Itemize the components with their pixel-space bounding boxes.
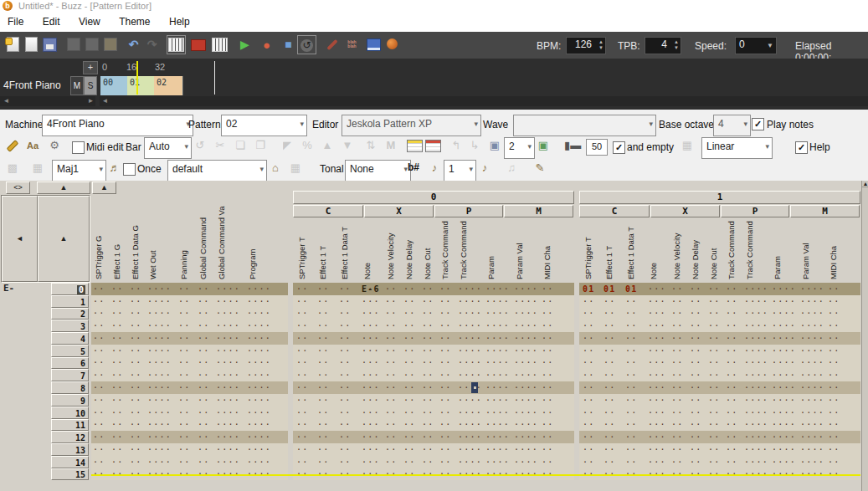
cell-r3-global-c7[interactable]: ···· — [247, 320, 271, 332]
cell-r1-t0-c4[interactable]: ·· — [385, 295, 397, 308]
cell-r11-t0-c4[interactable]: ·· — [385, 419, 397, 431]
cell-r14-t1-c7[interactable]: ·· — [726, 456, 737, 468]
cell-r9-t1-c7[interactable]: ·· — [726, 394, 737, 407]
cell-r15-global-c7[interactable]: ···· — [247, 468, 271, 480]
cell-r1-global-c6[interactable]: ···· — [216, 295, 240, 308]
cell-r10-global-c1[interactable]: ·· — [111, 407, 123, 419]
cell-r8-t1-c3[interactable]: ··· — [648, 381, 666, 394]
cell-r11-t1-c4[interactable]: ·· — [671, 419, 683, 431]
cell-r6-t0-c3[interactable]: ··· — [362, 357, 380, 369]
cell-r1-t0-c10[interactable]: ···· — [514, 295, 538, 308]
cell-r6-t0-c5[interactable]: ·· — [403, 357, 415, 369]
cell-r15-t1-c5[interactable]: ·· — [690, 468, 701, 480]
cell-r12-global-c2[interactable]: ·· — [130, 431, 141, 443]
cell-r5-t0-c11[interactable]: ·· — [542, 345, 553, 357]
row-number-9[interactable]: 9 — [51, 394, 89, 407]
cell-r3-t0-c1[interactable]: ·· — [317, 320, 329, 332]
cell-r9-t0-c10[interactable]: ···· — [514, 394, 538, 407]
cell-r6-t0-c9[interactable]: ···· — [485, 357, 510, 369]
cell-r2-t0-c9[interactable]: ···· — [485, 308, 510, 320]
cell-r0-t1-c7[interactable]: ·· — [726, 283, 737, 295]
cell-r0-t0-c2[interactable]: ·· — [339, 283, 351, 295]
cell-r10-t1-c1[interactable]: ·· — [603, 407, 615, 419]
cell-r4-t1-c11[interactable]: ·· — [828, 332, 840, 345]
cell-r7-t0-c5[interactable]: ·· — [403, 369, 415, 381]
cell-r7-global-c2[interactable]: ·· — [130, 369, 141, 381]
cell-r8-t1-c4[interactable]: ·· — [671, 381, 683, 394]
cell-r0-t1-c9[interactable]: ···· — [772, 283, 796, 295]
cell-r3-global-c5[interactable]: ·· — [198, 320, 209, 332]
cell-r7-global-c6[interactable]: ···· — [216, 369, 240, 381]
cell-r15-t0-c5[interactable]: ·· — [403, 468, 415, 480]
cell-r11-t1-c1[interactable]: ·· — [603, 419, 615, 431]
cell-r10-t1-c11[interactable]: ·· — [828, 407, 840, 419]
cell-r1-t1-c7[interactable]: ·· — [726, 295, 737, 308]
cell-r2-t1-c3[interactable]: ··· — [648, 308, 666, 320]
cell-r14-t0-c1[interactable]: ·· — [317, 456, 329, 468]
cell-r12-t1-c8[interactable]: ···· — [744, 431, 768, 443]
cell-r9-t1-c1[interactable]: ·· — [603, 394, 615, 407]
cell-r0-t1-c6[interactable]: ·· — [708, 283, 720, 295]
cell-r13-t1-c5[interactable]: ·· — [690, 443, 701, 456]
cell-r4-global-c4[interactable]: ·· — [178, 332, 190, 345]
cell-r10-global-c6[interactable]: ···· — [216, 407, 240, 419]
cell-r10-t1-c6[interactable]: ·· — [708, 407, 720, 419]
cell-r5-t0-c8[interactable]: ···· — [458, 345, 482, 357]
cell-r5-t0-c5[interactable]: ·· — [403, 345, 415, 357]
cell-r9-t0-c11[interactable]: ·· — [542, 394, 553, 407]
row-number-10[interactable]: 10 — [51, 407, 89, 419]
track-0-group-c[interactable]: C — [293, 205, 363, 217]
cell-r13-global-c6[interactable]: ···· — [216, 443, 240, 456]
cell-r12-t0-c1[interactable]: ·· — [317, 431, 329, 443]
cell-r10-t1-c2[interactable]: ·· — [625, 407, 637, 419]
cell-r6-t1-c5[interactable]: ·· — [690, 357, 701, 369]
cell-r11-global-c2[interactable]: ·· — [130, 419, 141, 431]
row-number-3[interactable]: 3 — [51, 320, 89, 332]
cell-r14-t0-c7[interactable]: ·· — [439, 456, 451, 468]
cell-r4-global-c2[interactable]: ·· — [130, 332, 141, 345]
cell-r6-t0-c2[interactable]: ·· — [339, 357, 351, 369]
cell-r7-t0-c9[interactable]: ···· — [485, 369, 510, 381]
cell-r15-t1-c7[interactable]: ·· — [726, 468, 737, 480]
cell-r13-t1-c9[interactable]: ···· — [772, 443, 796, 456]
cell-r15-t1-c11[interactable]: ·· — [828, 468, 840, 480]
cell-r15-global-c6[interactable]: ···· — [216, 468, 240, 480]
cell-r15-t1-c1[interactable]: ·· — [603, 468, 615, 480]
cell-r9-t0-c3[interactable]: ··· — [362, 394, 380, 407]
cell-r7-global-c3[interactable]: ···· — [147, 369, 172, 381]
cell-r7-t0-c7[interactable]: ·· — [439, 369, 451, 381]
cell-r7-t0-c1[interactable]: ·· — [317, 369, 329, 381]
cell-r4-t0-c6[interactable]: ·· — [422, 332, 434, 345]
cell-r11-t1-c0[interactable]: ·· — [583, 419, 594, 431]
cell-r14-global-c1[interactable]: ·· — [111, 456, 123, 468]
cell-r14-global-c3[interactable]: ···· — [147, 456, 172, 468]
cell-r15-t1-c2[interactable]: ·· — [625, 468, 637, 480]
cell-r11-t1-c8[interactable]: ···· — [744, 419, 768, 431]
edit-cursor[interactable] — [471, 382, 478, 393]
cell-r13-global-c3[interactable]: ···· — [147, 443, 172, 456]
cell-r7-t1-c1[interactable]: ·· — [603, 369, 615, 381]
cell-r5-t0-c10[interactable]: ···· — [514, 345, 538, 357]
cell-r14-t0-c5[interactable]: ·· — [403, 456, 415, 468]
cell-r1-t1-c9[interactable]: ···· — [772, 295, 796, 308]
cell-r11-t0-c0[interactable]: ·· — [296, 419, 308, 431]
cell-r4-global-c3[interactable]: ···· — [147, 332, 172, 345]
track-1-group-x[interactable]: X — [650, 205, 720, 217]
cell-r3-global-c6[interactable]: ···· — [216, 320, 240, 332]
cell-r10-global-c7[interactable]: ···· — [247, 407, 271, 419]
value-r0-t0-c3[interactable]: E-6 — [362, 283, 380, 295]
cell-r13-global-c0[interactable]: ·· — [93, 443, 105, 456]
cell-r15-t1-c10[interactable]: ···· — [800, 468, 824, 480]
cell-r15-t1-c9[interactable]: ···· — [772, 468, 796, 480]
cell-r11-global-c0[interactable]: ·· — [93, 419, 105, 431]
cell-r0-global-c2[interactable]: ·· — [130, 283, 141, 295]
cell-r13-t1-c6[interactable]: ·· — [708, 443, 720, 456]
cell-r6-t0-c11[interactable]: ·· — [542, 357, 553, 369]
cell-r9-global-c6[interactable]: ···· — [216, 394, 240, 407]
cell-r10-t0-c11[interactable]: ·· — [542, 407, 553, 419]
cell-r14-t0-c6[interactable]: ·· — [422, 456, 434, 468]
cell-r5-t1-c11[interactable]: ·· — [828, 345, 840, 357]
cell-r8-t0-c7[interactable]: ·· — [439, 381, 451, 394]
cell-r1-t1-c1[interactable]: ·· — [603, 295, 615, 308]
cell-r9-global-c7[interactable]: ···· — [247, 394, 271, 407]
